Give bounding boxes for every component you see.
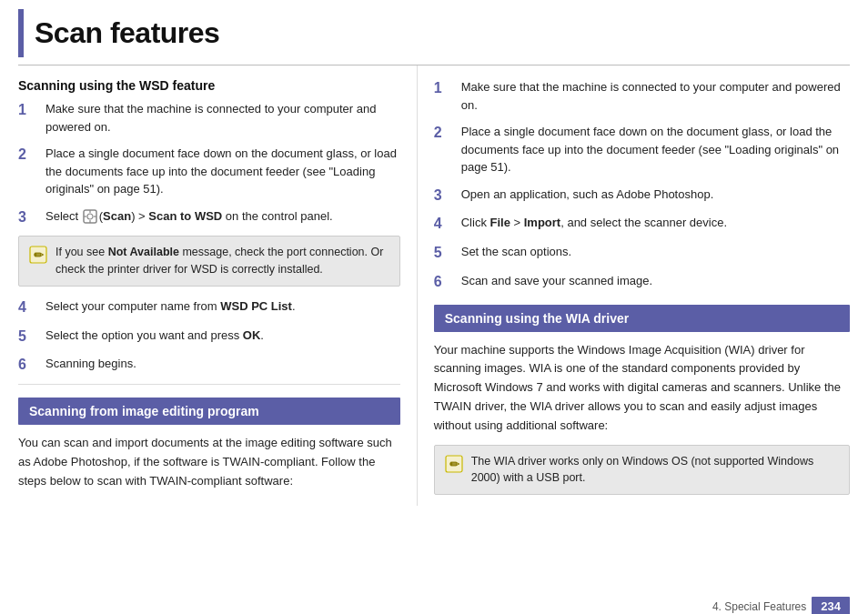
step-number: 3 — [18, 208, 38, 227]
section1-title: Scanning using the WSD feature — [18, 78, 400, 93]
step-text: Place a single document face down on the… — [45, 145, 400, 198]
step-number: 2 — [18, 146, 38, 165]
footer-label: 4. Special Features — [712, 600, 806, 613]
step-item: 3 Select (Scan) > Scan to WSD on the con… — [18, 207, 400, 227]
step-number: 2 — [434, 124, 454, 143]
step-item: 5 Set the scan options. — [434, 243, 850, 263]
page-title: Scan features — [35, 16, 850, 50]
step-item: 1 Make sure that the machine is connecte… — [18, 100, 400, 136]
wia-body-text: Your machine supports the Windows Image … — [434, 341, 850, 436]
section2-banner: Scanning from image editing program — [18, 398, 400, 425]
step-text: Set the scan options. — [461, 243, 571, 261]
section-divider — [18, 384, 400, 385]
step-text: Scan and save your scanned image. — [461, 272, 652, 290]
step-text: Scanning begins. — [45, 355, 136, 373]
step-item: 6 Scan and save your scanned image. — [434, 272, 850, 292]
left-column: Scanning using the WSD feature 1 Make su… — [18, 65, 418, 506]
note-text: If you see Not Available message, check … — [56, 244, 390, 278]
two-column-layout: Scanning using the WSD feature 1 Make su… — [18, 65, 850, 506]
page-footer: 4. Special Features 234 — [712, 597, 850, 614]
step-item: 1 Make sure that the machine is connecte… — [434, 78, 850, 114]
note-icon: ✏ — [28, 245, 48, 265]
footer-page-number: 234 — [812, 597, 850, 614]
step-text: Place a single document face down on the… — [461, 123, 850, 176]
steps-group1-right: 1 Make sure that the machine is connecte… — [434, 78, 850, 292]
page: Scan features Scanning using the WSD fea… — [0, 9, 868, 614]
svg-text:✏: ✏ — [449, 458, 459, 471]
step-item: 6 Scanning begins. — [18, 355, 400, 375]
note-box-2: ✏ The WIA driver works only on Windows O… — [434, 445, 850, 496]
step-item: 4 Select your computer name from WSD PC … — [18, 297, 400, 317]
step-item: 2 Place a single document face down on t… — [434, 123, 850, 176]
step-item: 2 Place a single document face down on t… — [18, 145, 400, 198]
step-text: Select (Scan) > Scan to WSD on the contr… — [45, 207, 333, 226]
note-box-1: ✏ If you see Not Available message, chec… — [18, 236, 400, 287]
note-icon-2: ✏ — [444, 454, 464, 474]
step-number: 5 — [434, 244, 454, 263]
right-column: 1 Make sure that the machine is connecte… — [418, 65, 850, 506]
step-number: 1 — [434, 79, 454, 98]
svg-point-1 — [87, 214, 93, 219]
step-text: Select the option you want and press OK. — [45, 327, 264, 345]
svg-text:✏: ✏ — [34, 248, 45, 262]
step-item: 3 Open an application, such as Adobe Pho… — [434, 186, 850, 206]
steps-group2-left: 4 Select your computer name from WSD PC … — [18, 297, 400, 375]
step-number: 6 — [434, 273, 454, 292]
step-text: Make sure that the machine is connected … — [45, 100, 400, 136]
note2-text: The WIA driver works only on Windows OS … — [471, 453, 840, 488]
step-text: Select your computer name from WSD PC Li… — [45, 297, 296, 316]
page-header: Scan features — [18, 9, 850, 57]
step-number: 5 — [18, 327, 38, 347]
wia-section-banner: Scanning using the WIA driver — [434, 305, 850, 332]
section2-body: You can scan and import documents at the… — [18, 434, 400, 490]
step-text: Open an application, such as Adobe Photo… — [461, 186, 714, 204]
step-number: 3 — [434, 186, 454, 206]
scan-icon — [82, 208, 98, 225]
step-item: 4 Click File > Import, and select the sc… — [434, 214, 850, 234]
steps-group1-left: 1 Make sure that the machine is connecte… — [18, 100, 400, 226]
step-text: Make sure that the machine is connected … — [461, 78, 850, 114]
step-text: Click File > Import, and select the scan… — [461, 214, 727, 232]
step-number: 4 — [18, 298, 38, 317]
step-number: 1 — [18, 101, 38, 120]
step-number: 4 — [434, 215, 454, 234]
step-item: 5 Select the option you want and press O… — [18, 327, 400, 347]
step-number: 6 — [18, 356, 38, 375]
